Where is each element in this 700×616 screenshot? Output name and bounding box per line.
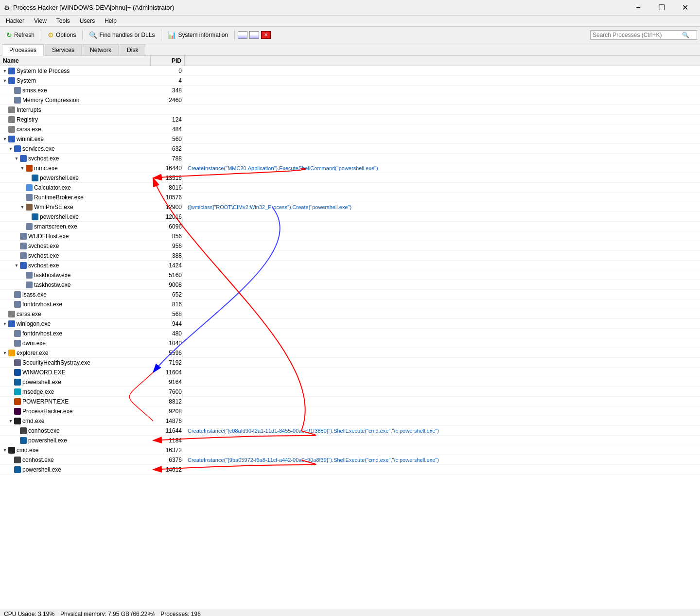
table-row[interactable]: ▼winlogon.exe944 <box>0 319 700 329</box>
table-row[interactable]: SecurityHealthSystray.exe7192 <box>0 358 700 368</box>
process-cmd <box>185 421 700 422</box>
menu-hacker[interactable]: Hacker <box>2 17 28 25</box>
table-row[interactable]: fontdrvhost.exe480 <box>0 329 700 338</box>
menu-tools[interactable]: Tools <box>52 17 74 25</box>
process-icon <box>26 194 33 201</box>
table-row[interactable]: ▼System Idle Process0 <box>0 66 700 76</box>
tab-processes[interactable]: Processes <box>2 44 44 56</box>
table-row[interactable]: ▼cmd.exe16372 <box>0 445 700 455</box>
table-row[interactable]: ProcessHacker.exe9208 <box>0 406 700 416</box>
menu-view[interactable]: View <box>30 17 51 25</box>
expand-arrow[interactable]: ▼ <box>2 68 8 74</box>
close-button[interactable]: ✕ <box>674 0 696 16</box>
table-row[interactable]: fontdrvhost.exe816 <box>0 299 700 309</box>
process-icon <box>8 77 15 84</box>
window2-icon[interactable] <box>249 31 259 39</box>
separator-1 <box>41 30 41 40</box>
table-row[interactable]: powershell.exe9164 <box>0 377 700 387</box>
maximize-button[interactable]: ☐ <box>650 0 673 16</box>
expand-arrow[interactable]: ▼ <box>2 136 8 142</box>
options-button[interactable]: ⚙ Options <box>44 30 79 40</box>
process-icon <box>8 350 15 356</box>
table-row[interactable]: conhost.exe11644CreateInstance("{c08afd9… <box>0 426 700 436</box>
tab-disk[interactable]: Disk <box>120 44 145 55</box>
table-row[interactable]: ▼System4 <box>0 76 700 86</box>
process-icon <box>14 330 21 337</box>
table-row[interactable]: ▼mmc.exe16440CreateInstance("MMC20.Appli… <box>0 163 700 173</box>
table-row[interactable]: WINWORD.EXE11604 <box>0 368 700 377</box>
table-row[interactable]: RuntimeBroker.exe10576 <box>0 193 700 202</box>
refresh-button[interactable]: ↻ Refresh <box>3 30 38 40</box>
process-icon <box>20 437 27 444</box>
table-row[interactable]: powershell.exe14612 <box>0 465 700 475</box>
expand-arrow[interactable]: ▼ <box>19 204 25 210</box>
col-name-header[interactable]: Name <box>0 56 151 66</box>
memory-status: Physical memory: 7.95 GB (66.22%) <box>60 611 155 616</box>
process-name: lsass.exe <box>22 291 47 298</box>
process-pid: 480 <box>151 330 185 337</box>
expand-arrow[interactable]: ▼ <box>2 321 8 327</box>
expand-arrow[interactable]: ▼ <box>8 418 14 424</box>
table-row[interactable]: Memory Compression2460 <box>0 95 700 105</box>
process-pid: 1424 <box>151 262 185 269</box>
table-row[interactable]: ▼cmd.exe14876 <box>0 416 700 426</box>
table-row[interactable]: csrss.exe484 <box>0 124 700 134</box>
expand-arrow[interactable]: ▼ <box>14 263 19 268</box>
table-row[interactable]: taskhostw.exe9008 <box>0 280 700 290</box>
expand-arrow[interactable]: ▼ <box>2 78 8 84</box>
table-row[interactable]: smss.exe348 <box>0 86 700 95</box>
table-row[interactable]: WUDFHost.exe856 <box>0 231 700 241</box>
table-row[interactable]: Registry124 <box>0 115 700 124</box>
process-cmd: CreateInstance("{9ba05972-f6a8-11cf-a442… <box>185 457 700 463</box>
process-pid: 652 <box>151 291 185 299</box>
table-row[interactable]: Interrupts <box>0 105 700 115</box>
col-pid-header[interactable]: PID <box>151 56 185 66</box>
expand-arrow[interactable]: ▼ <box>8 146 14 152</box>
table-row[interactable]: ▼svchost.exe1424 <box>0 261 700 270</box>
process-icon <box>14 466 21 473</box>
process-name: smss.exe <box>22 87 47 94</box>
table-row[interactable]: powershell.exe13516 <box>0 173 700 183</box>
table-row[interactable]: ▼svchost.exe788 <box>0 154 700 163</box>
expand-arrow[interactable]: ▼ <box>2 350 8 356</box>
process-icon <box>14 388 21 395</box>
table-row[interactable]: msedge.exe7600 <box>0 387 700 397</box>
process-cmd <box>185 216 700 217</box>
table-row[interactable]: ▼WmiPrvSE.exe12900([wmiclass]"ROOT\CIMv2… <box>0 202 700 212</box>
window1-icon[interactable] <box>238 31 247 39</box>
table-row[interactable]: lsass.exe652 <box>0 290 700 299</box>
table-row[interactable]: csrss.exe568 <box>0 309 700 319</box>
table-row[interactable]: ▼services.exe632 <box>0 144 700 154</box>
minimize-button[interactable]: − <box>627 0 649 16</box>
window-close-icon[interactable]: ✕ <box>261 31 271 39</box>
process-icon <box>32 213 38 220</box>
table-row[interactable]: conhost.exe6376CreateInstance("{9ba05972… <box>0 455 700 465</box>
tab-network[interactable]: Network <box>83 44 119 55</box>
expand-arrow[interactable]: ▼ <box>2 447 8 453</box>
tab-services[interactable]: Services <box>45 44 82 55</box>
expand-arrow[interactable]: ▼ <box>19 165 25 171</box>
process-icon <box>26 165 33 172</box>
table-row[interactable]: svchost.exe388 <box>0 251 700 261</box>
process-name: WUDFHost.exe <box>28 233 69 240</box>
table-row[interactable]: dwm.exe1040 <box>0 338 700 348</box>
table-row[interactable]: ▼wininit.exe560 <box>0 134 700 144</box>
find-handles-button[interactable]: 🔍 Find handles or DLLs <box>86 30 158 40</box>
process-table[interactable]: ▼System Idle Process0▼System4smss.exe348… <box>0 66 700 609</box>
expand-arrow[interactable]: ▼ <box>14 156 19 161</box>
table-row[interactable]: powershell.exe12016 <box>0 212 700 222</box>
table-row[interactable]: taskhostw.exe5160 <box>0 270 700 280</box>
table-row[interactable]: powershell.exe1184 <box>0 436 700 445</box>
search-input[interactable] <box>593 32 680 38</box>
table-row[interactable]: svchost.exe956 <box>0 241 700 251</box>
table-row[interactable]: ▼explorer.exe5596 <box>0 348 700 358</box>
menu-users[interactable]: Users <box>76 17 99 25</box>
menu-help[interactable]: Help <box>101 17 121 25</box>
table-row[interactable]: POWERPNT.EXE8812 <box>0 397 700 406</box>
process-icon <box>14 291 21 298</box>
sysinfo-button[interactable]: 📊 System information <box>164 30 231 40</box>
process-icon <box>20 262 27 269</box>
table-row[interactable]: Calculator.exe8016 <box>0 183 700 193</box>
table-row[interactable]: smartscreen.exe6096 <box>0 222 700 231</box>
process-cmd <box>185 100 700 101</box>
